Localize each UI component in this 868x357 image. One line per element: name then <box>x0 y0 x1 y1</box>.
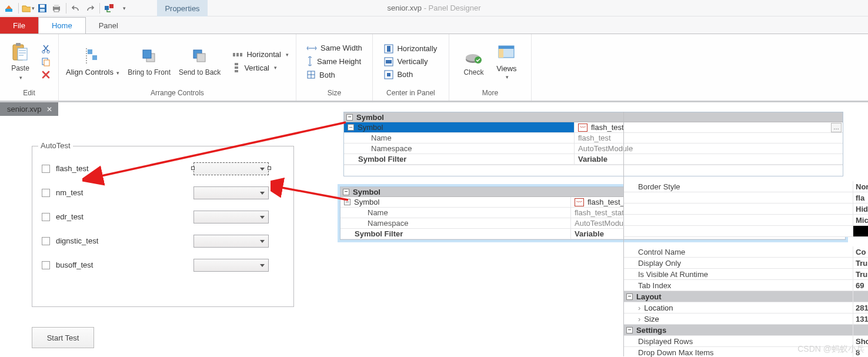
check-icon <box>463 46 483 66</box>
symbol-icon <box>575 198 584 206</box>
tab-home[interactable]: Home <box>38 17 86 34</box>
svg-rect-3 <box>40 9 45 12</box>
prop-row[interactable] <box>624 226 868 237</box>
svg-rect-7 <box>105 6 109 10</box>
resize-handle[interactable] <box>268 166 271 170</box>
collapse-icon[interactable]: – <box>348 124 354 131</box>
svg-rect-8 <box>109 4 113 8</box>
save-icon[interactable] <box>36 2 49 15</box>
center-both-button[interactable]: Both <box>380 69 440 81</box>
group-arrange-label: Arrange Controls <box>151 88 204 99</box>
prop-location[interactable]: ›Location281 <box>624 302 868 313</box>
same-width-button[interactable]: Same Width <box>303 42 366 54</box>
prop-visible[interactable]: Is Visible At RuntimeTru <box>624 269 868 280</box>
checkbox-icon <box>42 165 50 173</box>
close-icon[interactable]: ✕ <box>46 105 52 114</box>
checkbox-dignstic-test[interactable]: dignstic_test <box>42 236 98 245</box>
checkbox-icon <box>42 189 50 197</box>
tab-file[interactable]: File <box>0 17 38 34</box>
checkbox-icon <box>42 237 50 245</box>
svg-rect-26 <box>235 66 238 69</box>
combobox-edr-test[interactable] <box>193 211 269 223</box>
checkbox-nm-test[interactable]: nm_test <box>42 188 83 197</box>
svg-rect-0 <box>5 9 12 12</box>
start-test-button[interactable]: Start Test <box>32 327 94 348</box>
combobox-busoff-test[interactable] <box>193 259 269 272</box>
combobox-flash-test[interactable] <box>193 162 269 175</box>
group-center-label: Center in Panel <box>386 88 435 99</box>
properties-panel: Border StyleNor fla Hid Mic Control Name… <box>623 112 868 356</box>
prop-size[interactable]: ›Size131 <box>624 313 868 325</box>
svg-rect-30 <box>387 46 390 52</box>
popout-header-label: Symbol <box>353 188 380 196</box>
collapse-icon[interactable]: – <box>343 189 349 195</box>
document-tab[interactable]: senior.xvp ✕ <box>0 102 58 116</box>
group-more-label: More <box>482 88 498 99</box>
prop-display-only[interactable]: Display OnlyTru <box>624 258 868 269</box>
svg-rect-2 <box>40 5 45 8</box>
design-surface: AutoTest flash_test nm_test edr_test dig… <box>6 124 335 353</box>
redo-icon[interactable] <box>84 2 96 15</box>
vertical-spacing-button[interactable]: Vertical▾ <box>229 61 292 74</box>
prop-category-settings[interactable]: –Settings <box>624 325 868 336</box>
tab-properties[interactable]: Properties <box>157 0 208 16</box>
prop-category-layout[interactable]: –Layout <box>624 291 868 302</box>
collapse-icon[interactable]: – <box>346 114 353 121</box>
svg-rect-19 <box>143 50 151 58</box>
prop-control-name[interactable]: Control NameCo <box>624 246 868 258</box>
svg-rect-39 <box>499 46 514 49</box>
views-button[interactable]: Views▾ <box>490 41 522 82</box>
copy-button[interactable] <box>38 56 54 68</box>
bring-to-front-button[interactable]: Bring to Front <box>124 45 174 78</box>
svg-rect-5 <box>54 5 59 7</box>
quick-access-toolbar: ▾ ▾ senior.xvp - Panel Designer <box>0 0 868 16</box>
svg-rect-17 <box>92 55 97 60</box>
center-vert-button[interactable]: Vertically <box>380 56 440 68</box>
delete-button[interactable] <box>38 69 54 81</box>
group-edit-label: Edit <box>23 88 35 99</box>
svg-rect-15 <box>44 60 49 66</box>
collapse-icon[interactable]: – <box>344 199 350 205</box>
print-icon[interactable] <box>50 2 63 15</box>
undo-icon[interactable] <box>69 2 82 15</box>
checkbox-busoff-test[interactable]: busoff_test <box>42 261 93 269</box>
svg-rect-11 <box>18 48 27 60</box>
svg-rect-40 <box>499 49 503 58</box>
qat-more-icon[interactable]: ▾ <box>117 2 130 15</box>
paste-button[interactable]: Paste▾ <box>5 41 36 82</box>
send-back-icon <box>190 46 210 66</box>
open-icon[interactable]: ▾ <box>22 2 35 15</box>
prop-row[interactable]: Mic <box>624 215 868 226</box>
svg-rect-6 <box>54 9 59 12</box>
svg-rect-25 <box>235 63 238 65</box>
check-button[interactable]: Check <box>458 45 489 78</box>
combobox-dignstic-test[interactable] <box>193 235 269 248</box>
prop-border-style[interactable]: Border StyleNor <box>624 181 868 192</box>
prop-row[interactable]: fla <box>624 192 868 203</box>
send-to-back-button[interactable]: Send to Back <box>175 45 224 78</box>
svg-rect-32 <box>386 60 392 64</box>
cut-button[interactable] <box>38 43 54 55</box>
watermark: CSDN @蚂蚁小兵 <box>797 344 864 355</box>
views-icon <box>496 42 516 62</box>
combobox-nm-test[interactable] <box>193 186 269 199</box>
prop-tab-index[interactable]: Tab Index69 <box>624 280 868 291</box>
checkbox-flash-test[interactable]: flash_test <box>42 164 89 173</box>
horizontal-spacing-button[interactable]: Horizontal▾ <box>229 49 292 60</box>
svg-rect-10 <box>16 43 21 46</box>
resize-handle[interactable] <box>191 166 195 170</box>
same-both-button[interactable]: Both <box>303 69 366 81</box>
sync-icon[interactable] <box>103 2 116 15</box>
tab-panel[interactable]: Panel <box>86 17 131 34</box>
center-horiz-button[interactable]: Horizontally <box>380 43 440 55</box>
paste-icon <box>11 42 31 62</box>
svg-rect-16 <box>88 49 92 54</box>
prop-row[interactable]: Hid <box>624 203 868 215</box>
align-controls-button[interactable]: Align Controls ▾ <box>62 45 123 78</box>
svg-rect-23 <box>236 53 239 56</box>
same-height-button[interactable]: Same Height <box>303 55 366 68</box>
checkbox-edr-test[interactable]: edr_test <box>42 212 84 221</box>
app-icon[interactable] <box>2 2 15 15</box>
groupbox-legend: AutoTest <box>38 141 73 150</box>
checkbox-icon <box>42 213 50 221</box>
